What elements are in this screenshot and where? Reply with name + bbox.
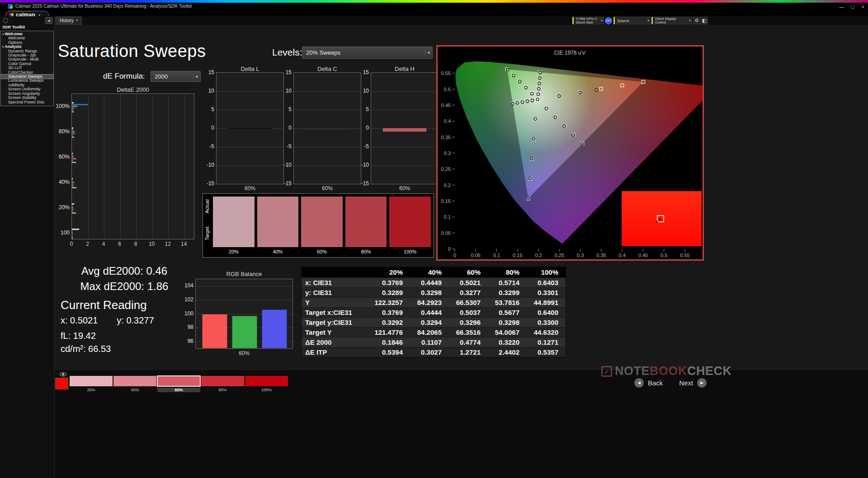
deltae-category-axis: 100%80%60%40%20%100 <box>51 94 70 239</box>
gridline <box>294 91 361 92</box>
deltae-bar <box>72 230 73 232</box>
swatch-label: 20% <box>213 247 255 256</box>
deltae-category-label: 40% <box>59 179 70 185</box>
deltae-bar <box>72 135 73 136</box>
display-control-button[interactable]: Direct Display Control ▾ <box>651 17 692 24</box>
sidebar-item-grayscale-2pt[interactable]: Grayscale - 2pt <box>1 53 53 57</box>
gridline <box>152 94 153 239</box>
maximize-button[interactable]: □ <box>851 4 854 9</box>
sidebar-item-saturation-sweeps[interactable]: Saturation Sweeps <box>1 75 53 79</box>
y-tick: 104 <box>184 282 193 289</box>
y-tick: 5 <box>211 106 214 112</box>
current-patch-swatch[interactable] <box>55 378 68 389</box>
levels-dropdown[interactable]: 20% Sweeps ▾ <box>302 47 433 59</box>
settings-gear-button[interactable]: ⚙ <box>693 17 700 24</box>
y-tick: -5 <box>209 143 214 150</box>
patch-40[interactable]: 40% <box>113 376 156 392</box>
sidebar-item-options[interactable]: Options <box>1 41 53 45</box>
next-arrow-icon[interactable]: ▶ <box>697 378 707 388</box>
table-cell: 1.2721 <box>449 347 488 357</box>
back-arrow-icon[interactable]: ◀ <box>634 378 644 388</box>
close-button[interactable]: × <box>862 4 864 9</box>
de-formula-dropdown[interactable]: 2000 ▾ <box>151 71 201 82</box>
current-cdm2: cd/m²: 66.53 <box>61 344 111 354</box>
target-swatch <box>389 222 431 247</box>
sidebar-item-welcome[interactable]: Welcome <box>1 36 53 40</box>
swatch-column-60: 60% <box>301 197 343 256</box>
patch-100[interactable]: 100% <box>245 376 288 392</box>
patch-20[interactable]: 20% <box>70 376 113 392</box>
layout-panels-button[interactable]: ◧ <box>701 17 708 24</box>
table-row-label-e-itp: ΔE ITP <box>302 347 371 357</box>
table-row-label-x-cie31: x: CIE31 <box>302 278 371 288</box>
sidebar-collapse-button[interactable]: ◀ <box>45 17 52 24</box>
sidebar-item-analysis[interactable]: ▾Analysis <box>1 45 53 49</box>
deltae-bar <box>72 129 74 131</box>
table-cell: 0.3289 <box>371 288 410 298</box>
next-button[interactable]: Next <box>679 379 693 387</box>
minimize-button[interactable]: — <box>839 4 844 9</box>
sidebar-item-grayscale-multi[interactable]: Grayscale - Multi <box>1 57 53 61</box>
patch-60[interactable]: 60% <box>157 376 200 392</box>
sidebar-item-colorchecker[interactable]: ColorChecker <box>1 70 53 75</box>
swatch-label: 80% <box>345 247 387 256</box>
svg-text:0.05: 0.05 <box>441 230 451 236</box>
table-cell: 66.3516 <box>449 328 488 337</box>
sidebar-item-dynamic-range[interactable]: Dynamic Range <box>1 49 53 53</box>
table-cell: 121.4776 <box>371 328 410 337</box>
delta-c-x-label: 60% <box>293 185 361 192</box>
y-tick: 15 <box>363 69 369 75</box>
svg-text:0.3: 0.3 <box>444 150 451 156</box>
sidebar-item-color-gamut[interactable]: Color Gamut <box>1 62 53 66</box>
eye-icon <box>60 372 66 376</box>
sidebar-item-spectral-power-dist[interactable]: Spectral Power Dist. <box>1 100 53 104</box>
table-header-4: 80% <box>488 267 527 278</box>
patch-80[interactable]: 80% <box>201 376 244 392</box>
svg-text:0.2: 0.2 <box>535 253 542 258</box>
sidebar-item-3d-lut[interactable]: 3D LUT <box>1 66 53 70</box>
gridline <box>217 165 283 166</box>
sidebar-item-additivity[interactable]: Additivity <box>1 83 53 87</box>
sidebar-item-welcome[interactable]: ▾Welcome <box>1 32 53 36</box>
meter-button[interactable]: X-Rite i1Pro 2 Direct View ▾ <box>572 17 604 24</box>
target-swatch <box>301 222 343 247</box>
patch-label: 80% <box>201 388 244 392</box>
deltae-bar <box>72 236 73 237</box>
navigation: ◀ Back Next ▶ <box>634 378 707 388</box>
sidebar-item-screen-uniformity[interactable]: Screen Uniformity <box>1 87 53 91</box>
svg-text:0.3: 0.3 <box>577 253 584 258</box>
back-button[interactable]: Back <box>648 379 663 387</box>
rgb-balance-chart <box>195 279 293 349</box>
delta-l-x-label: 60% <box>216 185 284 192</box>
sidebar-item-luminance-sweeps[interactable]: Luminance Sweeps <box>1 79 53 83</box>
svg-text:0.15: 0.15 <box>513 253 522 258</box>
table-cell: 0.4444 <box>410 308 449 318</box>
table-cell: 0.5357 <box>527 347 566 357</box>
deltae-x-tick: 12 <box>163 241 172 247</box>
y-tick: 15 <box>286 69 292 75</box>
swatch-column-100: 100% <box>389 197 431 256</box>
svg-text:0.45: 0.45 <box>638 253 648 258</box>
sidebar-item-screen-stability[interactable]: Screen Stability <box>1 96 53 100</box>
deltae-x-axis: 02468101214 <box>71 241 194 248</box>
deltae-bar <box>72 205 73 206</box>
table-cell: 0.3769 <box>371 308 410 318</box>
svg-text:0.1: 0.1 <box>444 214 451 220</box>
cie-1976-chart-panel[interactable]: CIE 1976 u'v' 0 0.05 0.1 0.1 <box>436 45 704 261</box>
deltae-category-label: 100% <box>56 103 70 109</box>
chevron-down-icon: ▾ <box>193 74 198 79</box>
deltae-bar <box>72 156 74 158</box>
sidebar-item-screen-angularity[interactable]: Screen Angularity <box>1 92 53 96</box>
svg-text:0.35: 0.35 <box>441 135 451 140</box>
y-tick: -10 <box>284 162 292 168</box>
patch-swatch <box>70 376 113 386</box>
gridline <box>371 147 438 147</box>
notebookcheck-check-icon: ✓ <box>601 366 612 377</box>
actual-swatch <box>301 197 343 222</box>
table-header-2: 40% <box>410 267 449 278</box>
table-cell: 84.2065 <box>410 328 449 337</box>
source-button[interactable]: Source ▾ <box>613 17 651 24</box>
deltae-bar <box>72 211 73 212</box>
y-tick: 15 <box>208 69 214 75</box>
add-tab-button[interactable]: + <box>74 17 80 24</box>
